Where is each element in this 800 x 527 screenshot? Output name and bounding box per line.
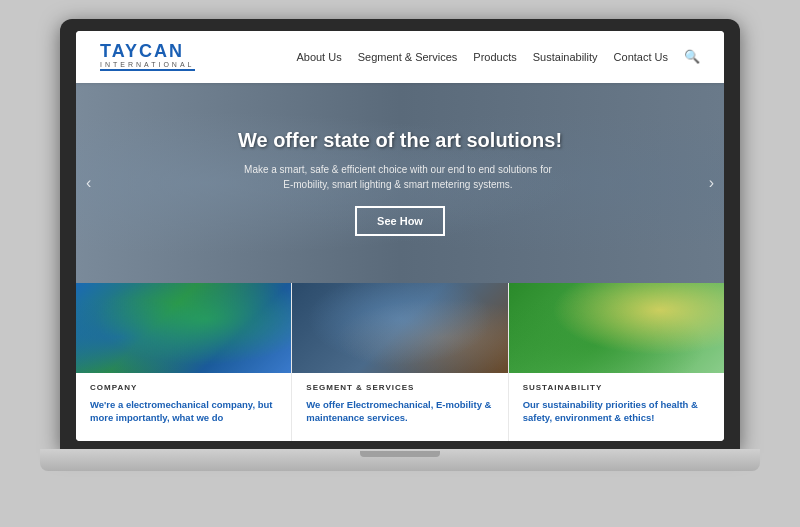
next-arrow[interactable]: › bbox=[709, 174, 714, 192]
nav-about[interactable]: About Us bbox=[296, 51, 341, 63]
search-icon[interactable]: 🔍 bbox=[684, 49, 700, 64]
card-sustainability-body: SUSTAINABILITY Our sustainability priori… bbox=[509, 373, 724, 441]
card-sustainability: SUSTAINABILITY Our sustainability priori… bbox=[509, 283, 724, 441]
services-img-bg bbox=[292, 283, 507, 373]
hero-content: We offer state of the art solutions! Mak… bbox=[218, 129, 582, 236]
laptop-container: TAYCAN INTERNATIONAL About Us Segment & … bbox=[40, 19, 760, 509]
nav-contact[interactable]: Contact Us bbox=[614, 51, 668, 63]
nav-links: About Us Segment & Services Products Sus… bbox=[296, 49, 700, 64]
see-how-button[interactable]: See How bbox=[355, 206, 445, 236]
screen: TAYCAN INTERNATIONAL About Us Segment & … bbox=[76, 31, 724, 441]
cards-section: COMPANY We're a electromechanical compan… bbox=[76, 283, 724, 441]
card-company-body: COMPANY We're a electromechanical compan… bbox=[76, 373, 291, 441]
navigation: TAYCAN INTERNATIONAL About Us Segment & … bbox=[76, 31, 724, 83]
sustainability-description[interactable]: Our sustainability priorities of health … bbox=[523, 398, 710, 425]
logo-sub: INTERNATIONAL bbox=[100, 61, 195, 68]
nav-sustainability[interactable]: Sustainability bbox=[533, 51, 598, 63]
company-category: COMPANY bbox=[90, 383, 277, 392]
company-img-bg bbox=[76, 283, 291, 373]
card-company-image bbox=[76, 283, 291, 373]
hero-title: We offer state of the art solutions! bbox=[238, 129, 562, 152]
nav-segment[interactable]: Segment & Services bbox=[358, 51, 458, 63]
card-services: SEGMENT & SERVICES We offer Electromecha… bbox=[292, 283, 508, 441]
hero-section: ‹ We offer state of the art solutions! M… bbox=[76, 83, 724, 283]
card-company: COMPANY We're a electromechanical compan… bbox=[76, 283, 292, 441]
hero-subtitle: Make a smart, safe & efficient choice wi… bbox=[238, 162, 558, 192]
logo: TAYCAN INTERNATIONAL bbox=[100, 42, 195, 71]
card-sustainability-image bbox=[509, 283, 724, 373]
sustainability-category: SUSTAINABILITY bbox=[523, 383, 710, 392]
sustainability-img-bg bbox=[509, 283, 724, 373]
laptop-base bbox=[40, 449, 760, 471]
card-services-body: SEGMENT & SERVICES We offer Electromecha… bbox=[292, 373, 507, 441]
logo-underline bbox=[100, 69, 195, 71]
screen-bezel: TAYCAN INTERNATIONAL About Us Segment & … bbox=[60, 19, 740, 449]
website: TAYCAN INTERNATIONAL About Us Segment & … bbox=[76, 31, 724, 441]
nav-products[interactable]: Products bbox=[473, 51, 516, 63]
services-description[interactable]: We offer Electromechanical, E-mobility &… bbox=[306, 398, 493, 425]
prev-arrow[interactable]: ‹ bbox=[86, 174, 91, 192]
services-category: SEGMENT & SERVICES bbox=[306, 383, 493, 392]
card-services-image bbox=[292, 283, 507, 373]
logo-text: TAYCAN bbox=[100, 42, 184, 60]
company-description[interactable]: We're a electromechanical company, but m… bbox=[90, 398, 277, 425]
